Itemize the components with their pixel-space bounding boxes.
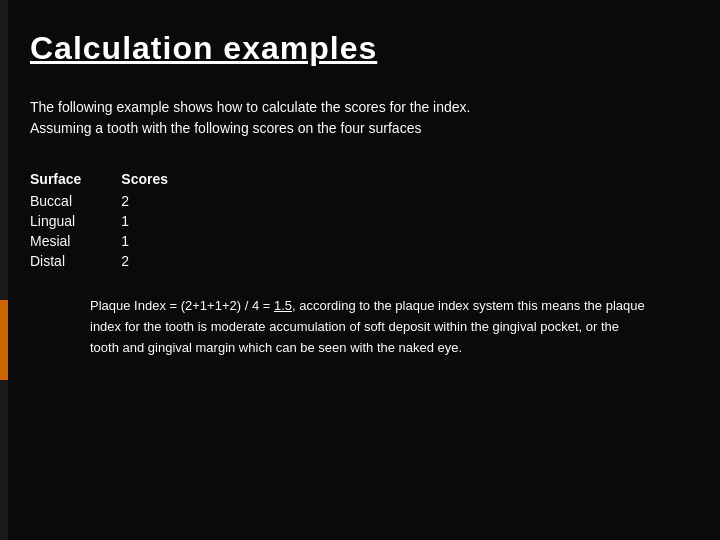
plaque-text: Plaque Index = (2+1+1+2) / 4 = 1.5, acco… [90, 296, 650, 358]
table-row: Lingual1 [30, 211, 208, 231]
accent-bar [0, 300, 8, 380]
plaque-explanation: Plaque Index = (2+1+1+2) / 4 = 1.5, acco… [90, 296, 690, 358]
page-title: Calculation examples [30, 30, 690, 67]
col-scores-header: Scores [121, 169, 208, 191]
plaque-value: 1.5 [274, 298, 292, 313]
col-surface-header: Surface [30, 169, 121, 191]
intro-line2: Assuming a tooth with the following scor… [30, 118, 690, 139]
score-cell: 1 [121, 231, 208, 251]
intro-line1: The following example shows how to calcu… [30, 97, 690, 118]
intro-text: The following example shows how to calcu… [30, 97, 690, 139]
scores-table-section: Surface Scores Buccal2Lingual1Mesial1Dis… [30, 169, 690, 271]
surface-cell: Lingual [30, 211, 121, 231]
score-cell: 2 [121, 251, 208, 271]
main-content: Calculation examples The following examp… [30, 30, 690, 510]
table-row: Mesial1 [30, 231, 208, 251]
score-cell: 2 [121, 191, 208, 211]
left-bar [0, 0, 8, 540]
surface-cell: Distal [30, 251, 121, 271]
score-cell: 1 [121, 211, 208, 231]
table-row: Buccal2 [30, 191, 208, 211]
surface-cell: Buccal [30, 191, 121, 211]
scores-table: Surface Scores Buccal2Lingual1Mesial1Dis… [30, 169, 208, 271]
surface-cell: Mesial [30, 231, 121, 251]
table-row: Distal2 [30, 251, 208, 271]
